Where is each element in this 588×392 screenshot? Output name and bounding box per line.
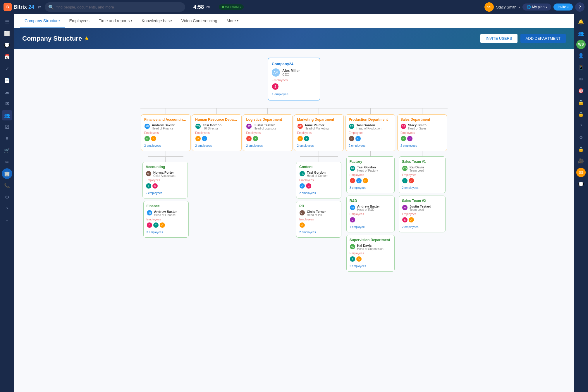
rs-icon-6[interactable]: ✉ — [576, 74, 586, 84]
tab-more[interactable]: More ▾ — [222, 14, 243, 28]
tab-employees[interactable]: Employees — [65, 14, 94, 28]
dept-emp-label-supervision: Employees — [350, 252, 391, 255]
rs-user-avatar[interactable]: SS — [576, 168, 586, 177]
dept-card-production[interactable]: Production Department TG Tasi Gordon Hea… — [345, 114, 395, 151]
root-node-company24[interactable]: Company24 AM Alex Miller CEO Employees S — [268, 58, 320, 101]
add-department-button[interactable]: ADD DEPARTMENT — [520, 34, 566, 43]
root-emp-avatars: S — [272, 83, 316, 90]
dept-emp-link-fa[interactable]: 2 employees — [144, 144, 161, 147]
rs-icon-4[interactable]: 👤 — [576, 50, 586, 61]
dept-emp-link-log[interactable]: 2 employees — [246, 144, 263, 147]
root-avatar: AM — [272, 68, 280, 77]
nav-tabs: Company Structure Employees Time and rep… — [14, 14, 574, 28]
dept-card-content[interactable]: Content TG Tasi Gordon Head of Content — [296, 162, 341, 198]
dept-card-logistics[interactable]: Logistics Department JT Justin Testard H… — [243, 114, 293, 151]
dept-emp-link-st2[interactable]: 2 employees — [402, 225, 419, 229]
rs-icon-9[interactable]: 🔒 — [576, 109, 586, 119]
dept-card-supervision[interactable]: Supervision Department KD Kai Davis Head… — [346, 235, 395, 272]
rs-icon-7[interactable]: 🎯 — [576, 85, 586, 96]
plan-button[interactable]: 🌐 My plan ▾ — [522, 4, 551, 11]
sup-av1: T — [350, 256, 355, 262]
sidebar-people-icon[interactable]: 👥 — [2, 110, 12, 120]
dept-emp-label-content: Employees — [299, 179, 338, 182]
dept-card-sales[interactable]: Sales Department SS Stacy Smith Head of … — [397, 114, 447, 151]
rs-icon-5[interactable]: 📱 — [576, 62, 586, 72]
sidebar-tasks-icon[interactable]: ✓ — [2, 63, 12, 74]
st1-av1: T — [402, 178, 408, 184]
dept-emp-link-hr[interactable]: 2 employees — [195, 144, 212, 147]
sidebar-filter-icon[interactable]: ≡ — [2, 133, 12, 144]
dept-card-finance-accounting[interactable]: Finance and Accounting De... AB Andrew B… — [141, 114, 191, 151]
sidebar-checklist-icon[interactable]: ☑ — [2, 122, 12, 132]
dept-emp-link-sales[interactable]: 2 employees — [400, 144, 417, 147]
dept-emp-link-mkt[interactable]: 2 employees — [297, 144, 314, 147]
sidebar-shop-icon[interactable]: 🛒 — [2, 145, 12, 156]
dept-avatar-mkt: AP — [297, 123, 303, 129]
invite-header-button[interactable]: Invite ▾ — [553, 4, 573, 11]
sidebar-mail-icon[interactable]: ✉ — [2, 98, 12, 109]
rs-icon-12[interactable]: 🔒 — [576, 144, 586, 154]
sidebar-add-icon[interactable]: + — [2, 215, 12, 226]
dept-emp-link-content[interactable]: 2 employees — [299, 191, 316, 195]
sidebar-docs-icon[interactable]: 📄 — [2, 75, 12, 85]
dept-emp-link-fin[interactable]: 3 employees — [147, 231, 163, 234]
dept-card-accounting[interactable]: Accounting NP Norma Porter Chief Account… — [142, 162, 188, 198]
rs-icon-1[interactable]: 🔔 — [576, 16, 586, 27]
prod-av1: T — [349, 136, 355, 141]
dept-emp-link-prod[interactable]: 2 employees — [349, 144, 365, 147]
dept-emp-link-pr[interactable]: 2 employees — [299, 231, 316, 234]
dept-card-pr[interactable]: PR CT Chris Terner Head of PR Employee — [296, 201, 341, 238]
dept-emp-label-st2: Employees — [402, 213, 442, 216]
rs-icon-13[interactable]: 🎥 — [576, 156, 586, 166]
dept-role-rd: Head of R&D — [357, 208, 380, 211]
sidebar-drive-icon[interactable]: ☁ — [2, 87, 12, 97]
rs-icon-11[interactable]: ⚙ — [576, 132, 586, 143]
search-input[interactable] — [56, 5, 182, 9]
dept-person-row-factory: TG Tasi Gordon Head of Factory — [350, 165, 391, 172]
rs-icon-chat[interactable]: 💬 — [576, 179, 586, 189]
dept-avatar-st1: KD — [402, 165, 408, 171]
sidebar-chat-icon[interactable]: 💬 — [2, 40, 12, 50]
exchange-icon[interactable]: ⇄ — [38, 5, 41, 9]
sidebar-company-icon[interactable]: 🏢 — [2, 168, 12, 179]
sidebar-settings-icon[interactable]: ⚙ — [2, 192, 12, 202]
rs-icon-2[interactable]: 👥 — [576, 28, 586, 39]
dept-card-sales-team2[interactable]: Sales Team #2 JT Justin Testard Team Lea… — [399, 196, 446, 232]
dept-name-acc: Norma Porter — [153, 171, 176, 174]
dept-emp-link-acc[interactable]: 2 employees — [146, 191, 162, 195]
dept-emp-link-rd[interactable]: 1 employee — [350, 225, 365, 229]
sidebar-menu-icon[interactable]: ☰ — [2, 16, 12, 27]
working-status[interactable]: WORKING — [219, 4, 244, 10]
logo: B Bitrix 24 — [4, 3, 34, 11]
user-profile[interactable]: SS Stacy Smith ▾ — [484, 2, 520, 12]
dept-title-supervision: Supervision Department — [350, 238, 391, 242]
sidebar-calendar-icon[interactable]: 📅 — [2, 51, 12, 62]
dept-card-finance[interactable]: Finance AB Andrew Baxter Head of Finance — [143, 201, 189, 238]
sidebar-help-icon[interactable]: ? — [2, 203, 12, 214]
dept-emp-link-supervision[interactable]: 2 employees — [350, 265, 366, 268]
sidebar-edit-icon[interactable]: ✏ — [2, 157, 12, 167]
favorite-star-icon[interactable]: ★ — [84, 35, 89, 42]
root-emp-count-link[interactable]: 1 employee — [272, 92, 288, 96]
rs-ws-circle[interactable]: WS — [576, 40, 586, 49]
rs-icon-8[interactable]: 🔒 — [576, 97, 586, 108]
tab-time-reports[interactable]: Time and reports ▾ — [94, 14, 137, 28]
dept-avatars-log: A K — [246, 136, 289, 141]
sidebar-phone-icon[interactable]: 📞 — [2, 180, 12, 191]
dept-card-marketing[interactable]: Marketing Department AP Anne Palmer Head… — [294, 114, 344, 151]
tab-video-conf[interactable]: Video Conferencing — [177, 14, 222, 28]
dept-card-hr[interactable]: Human Resource Departme... TG Tasi Gordo… — [192, 114, 242, 151]
dept-info-fin: Andrew Baxter Head of Finance — [154, 210, 177, 217]
dept-name-log: Justin Testard — [254, 123, 276, 127]
dept-emp-link-st1[interactable]: 2 employees — [402, 186, 419, 189]
tab-company-structure[interactable]: Company Structure — [20, 14, 65, 28]
sidebar-home-icon[interactable]: ⬜ — [2, 28, 12, 39]
dept-emp-link-factory[interactable]: 3 employees — [350, 186, 366, 189]
invite-users-button[interactable]: INVITE USERS — [480, 34, 517, 43]
dept-card-sales-team1[interactable]: Sales Team #1 KD Kai Davis Team Lead E — [399, 156, 446, 193]
notifications-button[interactable]: ? — [575, 2, 584, 12]
dept-card-factory[interactable]: Factory TG Tasi Gordon Head of Factory — [346, 156, 395, 193]
tab-knowledge-base[interactable]: Knowledge base — [137, 14, 177, 28]
rs-icon-10[interactable]: ? — [576, 120, 586, 131]
dept-card-rd[interactable]: R&D AB Andrew Baxter Head of R&D Emplo — [346, 196, 395, 232]
